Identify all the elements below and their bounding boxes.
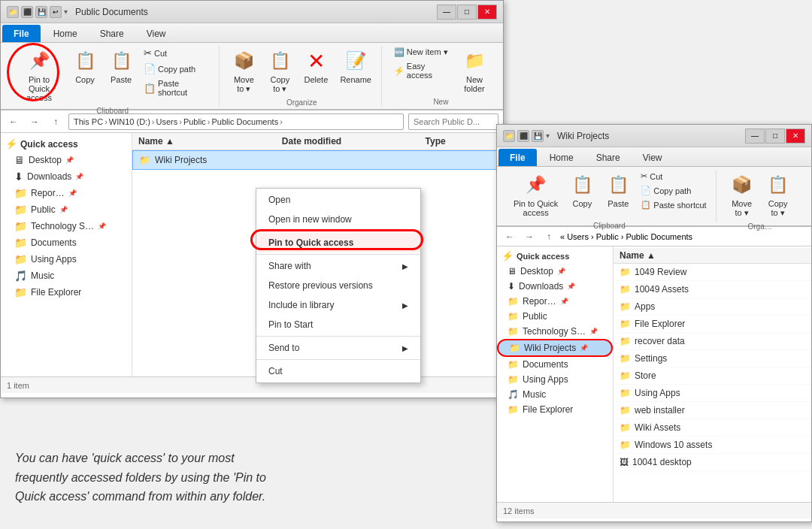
second-copy-to-button[interactable]: 📋 Copyto ▾ <box>762 170 795 221</box>
second-file-wikiassets[interactable]: 📁 Wiki Assets <box>614 419 811 437</box>
second-back-btn[interactable]: ← <box>501 228 518 245</box>
file-row-wiki-projects[interactable]: 📁 Wiki Projects <box>132 150 503 170</box>
minimize-button[interactable]: — <box>437 5 456 20</box>
second-quick-icon[interactable]: ⬛ <box>517 130 529 142</box>
second-copy-button[interactable]: 📋 Copy <box>565 170 598 211</box>
rename-button[interactable]: 📝 Rename <box>335 46 376 87</box>
second-up-btn[interactable]: ↑ <box>541 228 557 245</box>
dropdown-btn[interactable]: ▾ <box>64 8 68 16</box>
col-date-header[interactable]: Date modified <box>282 136 426 147</box>
sidebar: ⚡ Quick access 🖥 Desktop 📌 ⬇ Downloads 📌… <box>1 133 132 376</box>
copy-button[interactable]: 📋 Copy <box>68 46 102 87</box>
easy-access-button[interactable]: ⚡ Easy access <box>391 60 455 81</box>
second-maximize[interactable]: □ <box>765 128 785 144</box>
col-type-header[interactable]: Type <box>426 136 497 147</box>
new-item-button[interactable]: 🆕 New item ▾ <box>391 46 455 59</box>
second-file-webinstaller[interactable]: 📁 web installer <box>614 402 811 419</box>
up-button[interactable]: ↑ <box>47 113 64 130</box>
second-copy-path-button[interactable]: 📄 Copy path <box>638 184 709 197</box>
pin-to-quick-access-button[interactable]: 📌 Pin to Quickaccess <box>13 46 65 105</box>
second-file-usingapps[interactable]: 📁 Using Apps <box>614 385 811 402</box>
second-file-win10assets[interactable]: 📁 Windows 10 assets <box>614 437 811 454</box>
ctx-pin-to-start[interactable]: Pin to Start <box>256 315 420 334</box>
second-forward-btn[interactable]: → <box>521 228 538 245</box>
save-icon[interactable]: 💾 <box>35 6 47 18</box>
second-file-10041desktop[interactable]: 🖼 10041 desktop <box>614 454 811 471</box>
ctx-open-new-window[interactable]: Open in new window <box>256 210 420 229</box>
second-close[interactable]: ✕ <box>786 128 805 144</box>
second-sidebar-technology[interactable]: 📁 Technology S… 📌 <box>497 324 613 339</box>
forward-button[interactable]: → <box>26 113 43 130</box>
second-dropdown-btn[interactable]: ▾ <box>546 131 550 140</box>
ctx-include-library[interactable]: Include in library ▶ <box>256 295 420 315</box>
sidebar-item-documents[interactable]: 📁 Documents <box>1 234 132 251</box>
second-sidebar-documents[interactable]: 📁 Documents <box>497 357 613 372</box>
maximize-button[interactable]: □ <box>457 5 477 20</box>
second-cut-button[interactable]: ✂ Cut <box>638 170 709 183</box>
sidebar-item-reports[interactable]: 📁 Repor… 📌 <box>1 185 132 201</box>
paste-button[interactable]: 📋 Paste <box>105 46 138 87</box>
sidebar-item-file-explorer[interactable]: 📁 File Explorer <box>1 284 132 301</box>
address-path[interactable]: This PC › WIN10 (D:) › Users › Public › … <box>68 113 404 130</box>
copy-to-button[interactable]: 📋 Copyto ▾ <box>263 46 296 97</box>
undo-icon[interactable]: ↩ <box>50 6 62 18</box>
ctx-restore-versions[interactable]: Restore previous versions <box>256 276 420 295</box>
second-sidebar-music[interactable]: 🎵 Music <box>497 387 613 402</box>
second-file-apps[interactable]: 📁 Apps <box>614 298 811 316</box>
second-quick-access-header[interactable]: ⚡ Quick access <box>497 248 613 264</box>
sidebar-item-technology[interactable]: 📁 Technology S… 📌 <box>1 218 132 234</box>
second-file-recoverdata[interactable]: 📁 recover data <box>614 333 811 350</box>
paste-shortcut-button[interactable]: 📋 Paste shortcut <box>141 77 213 98</box>
second-minimize[interactable]: — <box>745 128 765 144</box>
sidebar-item-using-apps[interactable]: 📁 Using Apps <box>1 251 132 268</box>
search-input[interactable] <box>408 113 498 130</box>
second-file-explorer[interactable]: 📁 File Explorer <box>614 316 811 333</box>
second-file-1049review[interactable]: 📁 1049 Review <box>614 264 811 281</box>
quick-access-icon[interactable]: ⬛ <box>21 6 33 18</box>
second-tab-home[interactable]: Home <box>538 149 585 166</box>
tab-share[interactable]: Share <box>89 25 135 42</box>
f4-icon: 📁 <box>620 319 631 329</box>
second-save-icon[interactable]: 💾 <box>532 130 544 142</box>
second-paste-button[interactable]: 📋 Paste <box>601 170 635 211</box>
sidebar-quick-access-header[interactable]: ⚡ Quick access <box>1 136 132 152</box>
second-file-settings[interactable]: 📁 Settings <box>614 350 811 367</box>
copy-path-button[interactable]: 📄 Copy path <box>141 62 213 76</box>
second-tab-view[interactable]: View <box>632 149 674 166</box>
col-name-header[interactable]: Name ▲ <box>138 136 282 147</box>
second-file-store[interactable]: 📁 Store <box>614 367 811 385</box>
sidebar-item-public[interactable]: 📁 Public 📌 <box>1 201 132 218</box>
second-tab-file[interactable]: File <box>498 149 537 166</box>
close-button[interactable]: ✕ <box>477 5 497 20</box>
copy-icon: 📋 <box>73 49 97 73</box>
second-sidebar-desktop[interactable]: 🖥 Desktop 📌 <box>497 264 613 279</box>
second-pin-button[interactable]: 📌 Pin to Quickaccess <box>509 170 562 220</box>
second-sidebar-file-explorer[interactable]: 📁 File Explorer <box>497 402 613 417</box>
sidebar-item-music[interactable]: 🎵 Music <box>1 268 132 284</box>
second-sidebar-public[interactable]: 📁 Public <box>497 309 613 324</box>
back-button[interactable]: ← <box>5 113 22 130</box>
second-tab-share[interactable]: Share <box>585 149 632 166</box>
new-folder-button[interactable]: 📁 Newfolder <box>458 46 491 96</box>
sidebar-item-desktop[interactable]: 🖥 Desktop 📌 <box>1 152 132 168</box>
second-col-name[interactable]: Name ▲ <box>620 250 656 261</box>
second-sidebar-reports[interactable]: 📁 Repor… 📌 <box>497 294 613 309</box>
second-paste-shortcut-button[interactable]: 📋 Paste shortcut <box>638 198 709 211</box>
delete-button[interactable]: ✕ Delete <box>299 46 332 87</box>
second-move-button[interactable]: 📦 Moveto ▾ <box>726 170 759 221</box>
cut-button[interactable]: ✂ Cut <box>141 46 213 60</box>
sidebar-item-downloads[interactable]: ⬇ Downloads 📌 <box>1 168 132 185</box>
ctx-cut[interactable]: Cut <box>256 361 420 381</box>
ctx-share-with[interactable]: Share with ▶ <box>256 256 420 276</box>
tab-home[interactable]: Home <box>42 25 89 42</box>
ctx-open[interactable]: Open <box>256 190 420 210</box>
tab-file[interactable]: File <box>2 25 41 42</box>
second-file-10049assets[interactable]: 📁 10049 Assets <box>614 281 811 298</box>
second-sidebar-using-apps[interactable]: 📁 Using Apps <box>497 372 613 387</box>
tab-view[interactable]: View <box>135 25 177 42</box>
ctx-send-to[interactable]: Send to ▶ <box>256 338 420 358</box>
ctx-pin-to-quick-access[interactable]: Pin to Quick access <box>256 233 420 252</box>
second-sidebar-downloads[interactable]: ⬇ Downloads 📌 <box>497 279 613 294</box>
second-sidebar-wiki-projects[interactable]: 📁 Wiki Projects 📌 <box>497 339 613 357</box>
move-to-button[interactable]: 📦 Moveto ▾ <box>227 46 260 97</box>
